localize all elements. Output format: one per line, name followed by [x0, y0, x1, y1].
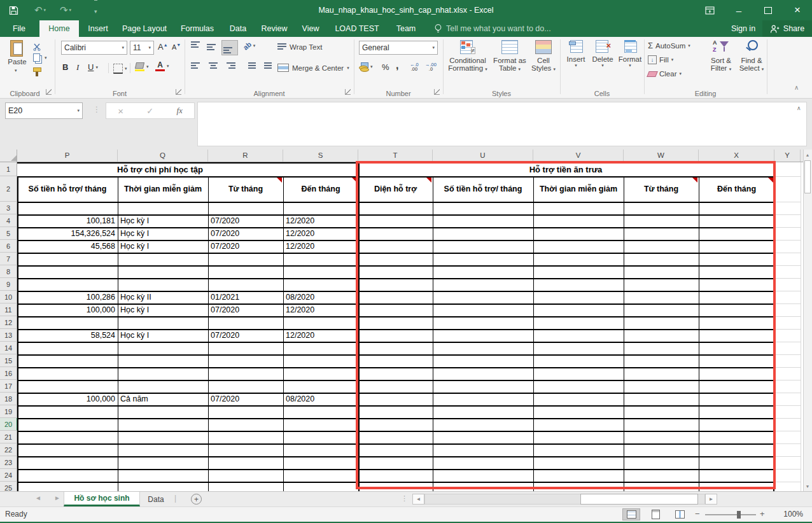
- row-header-11[interactable]: 11: [0, 303, 17, 316]
- cancel-icon[interactable]: ×: [118, 106, 123, 116]
- column-header-Q[interactable]: Q: [118, 150, 208, 162]
- add-sheet-button[interactable]: +: [191, 494, 202, 505]
- column-header-T[interactable]: T: [358, 150, 433, 162]
- tab-formulas[interactable]: Formulas: [174, 20, 220, 37]
- merged-title-right[interactable]: Hỗ trợ tiền ăn trưa: [358, 164, 773, 176]
- format-as-table-button[interactable]: Format as Table ▾: [491, 40, 528, 72]
- row-header-22[interactable]: 22: [0, 443, 17, 456]
- cell-S6[interactable]: 12/2020: [286, 240, 356, 253]
- cell-Q6[interactable]: Học kỳ I: [120, 240, 206, 253]
- page-layout-view-button[interactable]: [647, 508, 664, 520]
- header-cell-R2[interactable]: Từ tháng: [209, 178, 282, 200]
- row-header-20[interactable]: 20: [0, 418, 18, 431]
- cell-R4[interactable]: 07/2020: [211, 214, 281, 227]
- font-dialog-launcher[interactable]: [176, 89, 181, 95]
- align-center-button[interactable]: [206, 61, 221, 75]
- bottom-align-button[interactable]: [221, 40, 238, 55]
- hscroll-right-arrow[interactable]: ►: [705, 494, 717, 505]
- insert-function-icon[interactable]: fx: [176, 106, 182, 116]
- row-header-3[interactable]: 3: [0, 202, 17, 214]
- orientation-button[interactable]: ab ▾: [243, 42, 255, 50]
- cell-R10[interactable]: 01/2021: [211, 291, 281, 303]
- cut-button[interactable]: [33, 42, 42, 50]
- number-dialog-launcher[interactable]: [434, 89, 440, 95]
- grow-font-button[interactable]: A▲: [158, 42, 168, 52]
- underline-button[interactable]: U▾: [88, 62, 98, 72]
- row-header-2[interactable]: 2: [0, 176, 17, 202]
- close-button[interactable]: ×: [783, 0, 812, 20]
- number-format-select[interactable]: General▾: [359, 41, 438, 55]
- accounting-format-button[interactable]: ▾: [359, 62, 373, 71]
- tab-team[interactable]: Team: [389, 20, 423, 37]
- vscroll-down-arrow[interactable]: ▼: [804, 482, 811, 490]
- row-header-8[interactable]: 8: [0, 265, 17, 278]
- tab-insert[interactable]: Insert: [81, 20, 115, 37]
- collapse-formula-bar-icon[interactable]: ∧: [797, 105, 801, 111]
- row-header-14[interactable]: 14: [0, 342, 17, 354]
- zoom-level[interactable]: 100%: [775, 510, 803, 519]
- sheet-nav-right-icon[interactable]: ►: [54, 494, 60, 501]
- namebox-separator-dots[interactable]: ⋮: [93, 105, 101, 114]
- vertical-scrollbar[interactable]: [803, 150, 812, 491]
- font-size-select[interactable]: 11▾: [130, 41, 154, 55]
- normal-view-button[interactable]: [622, 508, 640, 520]
- decrease-indent-button[interactable]: [242, 61, 257, 75]
- page-break-view-button[interactable]: [671, 508, 689, 520]
- header-cell-X2[interactable]: Đến tháng: [700, 178, 773, 200]
- delete-cells-button[interactable]: × Delete ▾: [591, 40, 615, 68]
- header-cell-T2[interactable]: Diện hỗ trợ: [360, 178, 431, 200]
- find-select-button[interactable]: Find & Select ▾: [737, 40, 766, 72]
- tab-home[interactable]: Home: [39, 20, 79, 37]
- comma-style-button[interactable]: ,: [396, 60, 398, 71]
- row-header-16[interactable]: 16: [0, 367, 17, 380]
- cell-R13[interactable]: 07/2020: [211, 329, 281, 342]
- minimize-button[interactable]: –: [724, 0, 753, 20]
- column-header-S[interactable]: S: [283, 150, 358, 162]
- autosum-button[interactable]: Σ AutoSum ▾: [648, 41, 690, 50]
- row-header-15[interactable]: 15: [0, 354, 17, 367]
- row-header-4[interactable]: 4: [0, 214, 17, 227]
- collapse-ribbon-icon[interactable]: ∧: [794, 84, 799, 91]
- increase-indent-button[interactable]: [258, 61, 273, 75]
- font-color-button[interactable]: A ▾: [155, 61, 169, 71]
- row-header-17[interactable]: 17: [0, 380, 17, 393]
- zoom-slider-thumb[interactable]: [737, 511, 741, 519]
- cell-P11[interactable]: 100,000: [18, 303, 115, 316]
- row-header-13[interactable]: 13: [0, 329, 17, 342]
- cell-P10[interactable]: 100,286: [18, 291, 115, 303]
- column-header-U[interactable]: U: [433, 150, 533, 162]
- fill-color-button[interactable]: ▾: [135, 62, 149, 71]
- column-header-P[interactable]: P: [17, 150, 118, 162]
- cell-P6[interactable]: 45,568: [18, 240, 115, 253]
- alignment-dialog-launcher[interactable]: [345, 89, 351, 95]
- cell-S13[interactable]: 12/2020: [286, 329, 356, 342]
- clear-button[interactable]: Clear ▾: [648, 70, 682, 78]
- column-header-Y[interactable]: Y: [774, 150, 801, 162]
- row-header-12[interactable]: 12: [0, 316, 17, 329]
- align-left-button[interactable]: [190, 61, 205, 75]
- sheet-tab-active[interactable]: Hồ sơ học sinh: [64, 492, 140, 506]
- vscroll-thumb[interactable]: [804, 160, 811, 193]
- tab-view[interactable]: View: [295, 20, 326, 37]
- cell-S4[interactable]: 12/2020: [286, 214, 356, 227]
- name-box[interactable]: E20 ▾: [5, 102, 83, 119]
- clipboard-dialog-launcher[interactable]: [46, 89, 52, 95]
- column-header-R[interactable]: R: [208, 150, 283, 162]
- share-button[interactable]: Share: [762, 20, 812, 37]
- row-header-21[interactable]: 21: [0, 431, 17, 443]
- middle-align-button[interactable]: [206, 40, 221, 54]
- insert-cells-button[interactable]: Insert ▾: [564, 40, 588, 68]
- cell-S5[interactable]: 12/2020: [286, 227, 356, 240]
- zoom-out-button[interactable]: −: [695, 509, 700, 519]
- shrink-font-button[interactable]: A▼: [172, 43, 181, 51]
- tab-file[interactable]: File: [5, 20, 33, 37]
- formula-input[interactable]: [197, 102, 807, 146]
- column-header-X[interactable]: X: [699, 150, 774, 162]
- borders-button[interactable]: ▾: [113, 64, 127, 74]
- row-header-24[interactable]: 24: [0, 469, 17, 482]
- cell-R5[interactable]: 07/2020: [211, 227, 281, 240]
- cell-Q18[interactable]: Cả năm: [120, 393, 206, 405]
- top-align-button[interactable]: [190, 40, 205, 54]
- enter-icon[interactable]: ✓: [146, 106, 153, 116]
- copy-dropdown-icon[interactable]: ▾: [45, 55, 47, 60]
